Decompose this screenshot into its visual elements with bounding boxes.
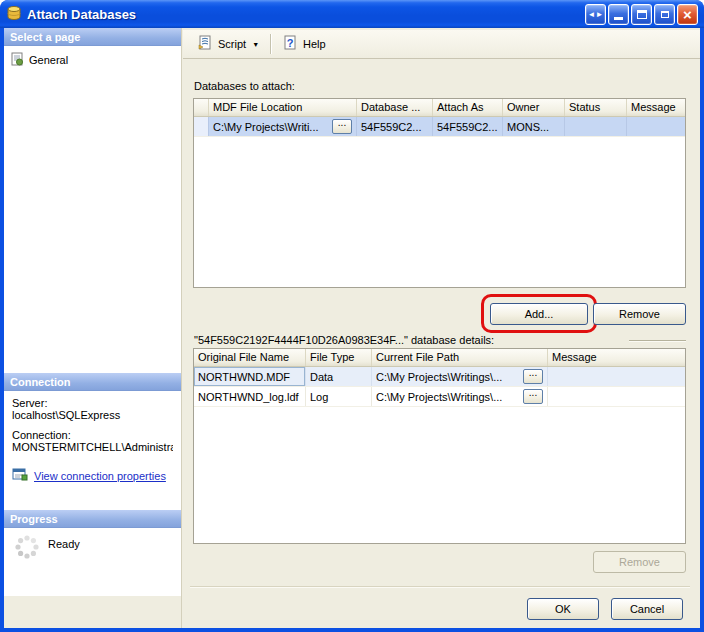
- file-type-cell[interactable]: Data: [306, 367, 372, 386]
- databases-to-attach-table[interactable]: MDF File Location Database ... Attach As…: [193, 98, 686, 288]
- dock-button[interactable]: ◄►: [585, 4, 606, 25]
- column-header-mdf-file-location[interactable]: MDF File Location: [209, 99, 357, 116]
- close-button[interactable]: ×: [677, 4, 698, 25]
- sidebar-item-general[interactable]: General: [4, 46, 181, 74]
- maximize-icon: [637, 10, 647, 19]
- original-file-name-cell[interactable]: NORTHWND_log.ldf: [194, 387, 306, 406]
- original-file-name-cell[interactable]: NORTHWND.MDF: [194, 367, 306, 386]
- message-cell[interactable]: [548, 387, 685, 406]
- connection-value: MONSTERMITCHELL\Administra: [12, 441, 173, 453]
- connection-header: Connection: [4, 373, 181, 391]
- table-row[interactable]: C:\My Projects\Writi... ... 54F559C2... …: [194, 117, 685, 137]
- progress-status: Ready: [48, 538, 80, 550]
- column-header-message[interactable]: Message: [627, 99, 685, 116]
- connection-label: Connection:: [12, 429, 173, 441]
- table-row[interactable]: NORTHWND.MDF Data C:\My Projects\Writing…: [194, 367, 685, 387]
- mdf-file-location-value: C:\My Projects\Writi...: [213, 121, 319, 133]
- toolbar: Script ▼ ? Help: [183, 30, 700, 59]
- status-cell[interactable]: [565, 117, 627, 136]
- column-header-owner[interactable]: Owner: [503, 99, 565, 116]
- restore-button[interactable]: [654, 4, 675, 25]
- mdf-file-location-cell[interactable]: C:\My Projects\Writi... ...: [209, 117, 357, 136]
- minimize-icon: [614, 17, 623, 20]
- details-remove-button: Remove: [593, 551, 686, 573]
- column-header-attach-as[interactable]: Attach As: [433, 99, 503, 116]
- add-button[interactable]: Add...: [490, 303, 588, 325]
- select-page-header: Select a page: [4, 28, 181, 46]
- sidebar-item-label: General: [29, 54, 68, 66]
- browse-button[interactable]: ...: [523, 389, 543, 404]
- current-file-path-value: C:\My Projects\Writings\...: [376, 371, 502, 383]
- current-file-path-cell[interactable]: C:\My Projects\Writings\... ...: [372, 387, 548, 406]
- connection-panel: Server: localhost\SQLExpress Connection:…: [4, 391, 181, 510]
- page-list: General: [4, 46, 181, 373]
- maximize-button[interactable]: [631, 4, 652, 25]
- database-cell[interactable]: 54F559C2...: [357, 117, 433, 136]
- restore-icon: [661, 11, 669, 18]
- attach-as-cell[interactable]: 54F559C2...: [433, 117, 503, 136]
- progress-header: Progress: [4, 510, 181, 528]
- table-row[interactable]: NORTHWND_log.ldf Log C:\My Projects\Writ…: [194, 387, 685, 407]
- column-header-file-type[interactable]: File Type: [306, 349, 372, 366]
- message-cell[interactable]: [627, 117, 685, 136]
- script-dropdown-icon: ▼: [252, 41, 259, 48]
- server-value: localhost\SQLExpress: [12, 409, 173, 421]
- titlebar[interactable]: Attach Databases ◄► ×: [0, 0, 704, 28]
- ok-button[interactable]: OK: [527, 598, 599, 620]
- attach-table-header: MDF File Location Database ... Attach As…: [194, 99, 685, 117]
- message-cell[interactable]: [548, 367, 685, 386]
- browse-button[interactable]: ...: [332, 119, 352, 134]
- dialog-body: Select a page General Connec: [4, 28, 700, 628]
- browse-button[interactable]: ...: [523, 369, 543, 384]
- script-icon: [197, 35, 213, 53]
- script-button[interactable]: Script ▼: [191, 32, 265, 56]
- view-connection-properties-link[interactable]: View connection properties: [34, 470, 166, 482]
- remove-button[interactable]: Remove: [593, 303, 686, 325]
- details-separator-line: [629, 340, 686, 341]
- bottom-separator: [190, 586, 690, 588]
- current-file-path-cell[interactable]: C:\My Projects\Writings\... ...: [372, 367, 548, 386]
- help-icon: ?: [282, 35, 298, 53]
- row-selector-header: [194, 99, 209, 116]
- svg-text:?: ?: [287, 37, 294, 49]
- help-button[interactable]: ? Help: [276, 32, 332, 56]
- databases-to-attach-label: Databases to attach:: [194, 80, 295, 92]
- titlebar-buttons: ◄► ×: [585, 4, 698, 25]
- toolbar-separator: [270, 34, 271, 54]
- column-header-message[interactable]: Message: [548, 349, 685, 366]
- progress-spinner-icon: [14, 534, 40, 562]
- sidebar: Select a page General Connec: [4, 28, 181, 596]
- owner-cell[interactable]: MONS...: [503, 117, 565, 136]
- general-page-icon: [10, 52, 24, 68]
- database-details-table[interactable]: Original File Name File Type Current Fil…: [193, 348, 686, 544]
- connection-properties-icon: [12, 467, 28, 484]
- details-table-header: Original File Name File Type Current Fil…: [194, 349, 685, 367]
- database-icon: [6, 5, 22, 23]
- column-header-status[interactable]: Status: [565, 99, 627, 116]
- column-header-current-file-path[interactable]: Current File Path: [372, 349, 548, 366]
- database-details-label: "54F559C2192F4444F10D26A0983E34F..." dat…: [194, 334, 494, 346]
- row-selector[interactable]: [194, 117, 209, 136]
- script-button-label: Script: [218, 38, 246, 50]
- help-button-label: Help: [303, 38, 326, 50]
- file-type-cell[interactable]: Log: [306, 387, 372, 406]
- column-header-database[interactable]: Database ...: [357, 99, 433, 116]
- attach-databases-dialog: Attach Databases ◄► × Select a page: [0, 0, 704, 632]
- cancel-button[interactable]: Cancel: [611, 598, 683, 620]
- window-title: Attach Databases: [27, 7, 585, 22]
- minimize-button[interactable]: [608, 4, 629, 25]
- column-header-original-file-name[interactable]: Original File Name: [194, 349, 306, 366]
- server-label: Server:: [12, 397, 173, 409]
- progress-panel: Ready: [4, 528, 181, 596]
- main-panel: Script ▼ ? Help Databases to attach:: [181, 28, 700, 628]
- current-file-path-value: C:\My Projects\Writings\...: [376, 391, 502, 403]
